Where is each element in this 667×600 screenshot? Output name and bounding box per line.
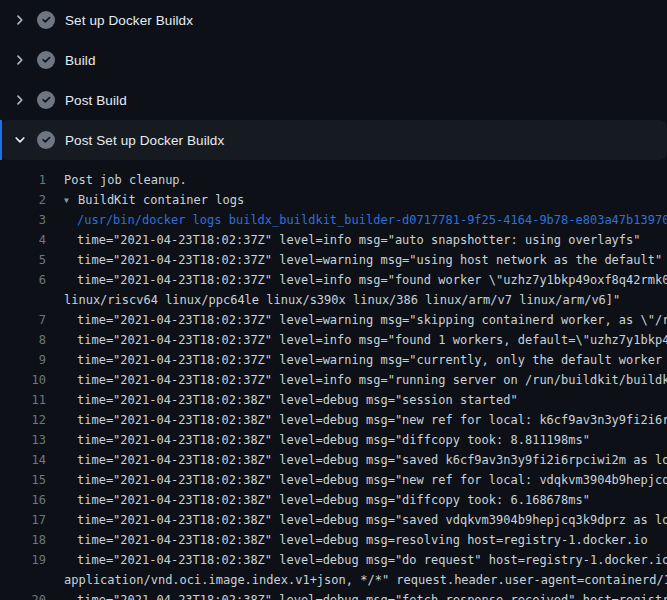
log-line: 17time="2021-04-23T18:02:38Z" level=debu…: [0, 510, 667, 530]
log-line-text: time="2021-04-23T18:02:37Z" level=warnin…: [46, 250, 662, 270]
log-line: linux/riscv64 linux/ppc64le linux/s390x …: [0, 290, 667, 310]
log-line-number[interactable]: 8: [0, 330, 46, 350]
check-circle-icon: [37, 11, 55, 29]
log-line: 13time="2021-04-23T18:02:38Z" level=debu…: [0, 430, 667, 450]
log-line-text: time="2021-04-23T18:02:38Z" level=debug …: [46, 550, 667, 570]
log-line-number[interactable]: 14: [0, 450, 46, 470]
log-line-text: time="2021-04-23T18:02:38Z" level=debug …: [46, 490, 590, 510]
log-line: 15time="2021-04-23T18:02:38Z" level=debu…: [0, 470, 667, 490]
log-line-number[interactable]: 17: [0, 510, 46, 530]
actions-log-viewer: Set up Docker Buildx Build Post Build: [0, 0, 667, 600]
log-line-text: /usr/bin/docker logs buildx_buildkit_bui…: [46, 210, 667, 230]
step-label: Build: [65, 53, 96, 68]
log-line-number: [0, 570, 46, 590]
log-line-text: time="2021-04-23T18:02:38Z" level=debug …: [46, 430, 590, 450]
step-label: Post Set up Docker Buildx: [65, 133, 224, 148]
log-line-text: application/vnd.oci.image.index.v1+json,…: [46, 570, 667, 590]
step-list: Set up Docker Buildx Build Post Build: [0, 0, 667, 160]
log-line-number[interactable]: 19: [0, 550, 46, 570]
log-line-number[interactable]: 4: [0, 230, 46, 250]
log-line-number[interactable]: 9: [0, 350, 46, 370]
log-line: 1Post job cleanup.: [0, 170, 667, 190]
log-line-number[interactable]: 7: [0, 310, 46, 330]
step-label: Post Build: [65, 93, 127, 108]
log-line: 16time="2021-04-23T18:02:38Z" level=debu…: [0, 490, 667, 510]
step-build[interactable]: Build: [0, 40, 667, 80]
log-line: application/vnd.oci.image.index.v1+json,…: [0, 570, 667, 590]
log-line: 9time="2021-04-23T18:02:37Z" level=warni…: [0, 350, 667, 370]
log-body: 1Post job cleanup.2▼BuildKit container l…: [0, 160, 667, 600]
group-expanded-triangle-icon[interactable]: ▼: [64, 191, 78, 211]
log-line-number[interactable]: 11: [0, 390, 46, 410]
log-group-title[interactable]: BuildKit container logs: [78, 193, 244, 207]
log-line-text: time="2021-04-23T18:02:38Z" level=debug …: [46, 530, 648, 550]
chevron-right-icon[interactable]: [12, 12, 28, 28]
log-line-number[interactable]: 16: [0, 490, 46, 510]
log-line: 4time="2021-04-23T18:02:37Z" level=info …: [0, 230, 667, 250]
log-line-text: time="2021-04-23T18:02:38Z" level=debug …: [46, 410, 667, 430]
log-line: 8time="2021-04-23T18:02:37Z" level=info …: [0, 330, 667, 350]
log-line-text: time="2021-04-23T18:02:37Z" level=info m…: [46, 330, 667, 350]
log-line-number[interactable]: 5: [0, 250, 46, 270]
log-line-text: time="2021-04-23T18:02:37Z" level=warnin…: [46, 350, 667, 370]
log-line-number[interactable]: 18: [0, 530, 46, 550]
log-line: 7time="2021-04-23T18:02:37Z" level=warni…: [0, 310, 667, 330]
log-line: 18time="2021-04-23T18:02:38Z" level=debu…: [0, 530, 667, 550]
log-line: 5time="2021-04-23T18:02:37Z" level=warni…: [0, 250, 667, 270]
log-line-text: time="2021-04-23T18:02:37Z" level=info m…: [46, 230, 641, 250]
step-set-up-docker-buildx[interactable]: Set up Docker Buildx: [0, 0, 667, 40]
log-line-text: time="2021-04-23T18:02:38Z" level=debug …: [46, 450, 667, 470]
log-line-text: linux/riscv64 linux/ppc64le linux/s390x …: [46, 290, 620, 310]
log-line-text: time="2021-04-23T18:02:38Z" level=debug …: [46, 390, 518, 410]
log-line-number[interactable]: 6: [0, 270, 46, 290]
log-line-text: time="2021-04-23T18:02:38Z" level=debug …: [46, 470, 667, 490]
log-line-number[interactable]: 10: [0, 370, 46, 390]
log-line-number[interactable]: 13: [0, 430, 46, 450]
log-line: 11time="2021-04-23T18:02:38Z" level=debu…: [0, 390, 667, 410]
log-line: 3/usr/bin/docker logs buildx_buildkit_bu…: [0, 210, 667, 230]
log-line: 12time="2021-04-23T18:02:38Z" level=debu…: [0, 410, 667, 430]
chevron-right-icon[interactable]: [12, 92, 28, 108]
log-line: 10time="2021-04-23T18:02:37Z" level=info…: [0, 370, 667, 390]
active-step-accent-bar: [0, 120, 2, 160]
log-line-number[interactable]: 12: [0, 410, 46, 430]
log-line-text: time="2021-04-23T18:02:37Z" level=warnin…: [46, 310, 667, 330]
chevron-down-icon[interactable]: [12, 132, 28, 148]
log-line-text: time="2021-04-23T18:02:38Z" level=debug …: [46, 510, 667, 530]
log-line-text: time="2021-04-23T18:02:38Z" level=debug …: [46, 590, 667, 600]
log-line: 6time="2021-04-23T18:02:37Z" level=info …: [0, 270, 667, 290]
log-line-number: [0, 290, 46, 310]
log-group-label[interactable]: ▼BuildKit container logs: [46, 190, 244, 210]
chevron-right-icon[interactable]: [12, 52, 28, 68]
check-circle-icon: [37, 91, 55, 109]
log-line-number[interactable]: 20: [0, 590, 46, 600]
log-line: 19time="2021-04-23T18:02:38Z" level=debu…: [0, 550, 667, 570]
log-line: 14time="2021-04-23T18:02:38Z" level=debu…: [0, 450, 667, 470]
log-line-text: Post job cleanup.: [46, 170, 187, 190]
log-line-number[interactable]: 2: [0, 190, 46, 210]
log-line: 20time="2021-04-23T18:02:38Z" level=debu…: [0, 590, 667, 600]
step-post-build[interactable]: Post Build: [0, 80, 667, 120]
log-line-number[interactable]: 1: [0, 170, 46, 190]
step-label: Set up Docker Buildx: [65, 13, 193, 28]
step-post-set-up-docker-buildx[interactable]: Post Set up Docker Buildx: [0, 120, 667, 160]
log-line-text: time="2021-04-23T18:02:37Z" level=info m…: [46, 270, 667, 290]
log-line-text: time="2021-04-23T18:02:37Z" level=info m…: [46, 370, 667, 390]
log-line: 2▼BuildKit container logs: [0, 190, 667, 210]
check-circle-icon: [37, 131, 55, 149]
log-line-number[interactable]: 3: [0, 210, 46, 230]
check-circle-icon: [37, 51, 55, 69]
log-line-number[interactable]: 15: [0, 470, 46, 490]
